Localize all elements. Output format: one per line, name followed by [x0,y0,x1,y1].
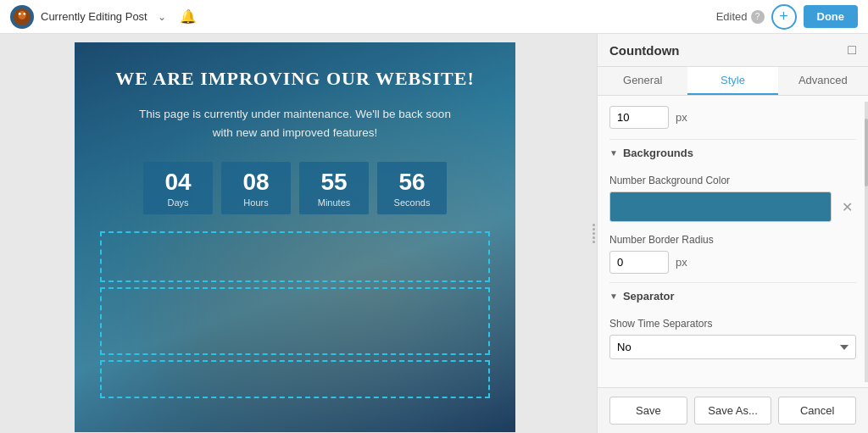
tab-style[interactable]: Style [687,67,777,95]
selection-box-1[interactable] [100,231,490,282]
add-button[interactable]: + [771,4,797,30]
clear-color-icon[interactable]: ✕ [838,196,856,219]
hours-number: 08 [221,170,291,194]
edited-label: Edited [716,10,748,23]
canvas-wrapper[interactable]: We Are Improving Our Website! This page … [0,34,590,433]
separator-section-header[interactable]: ▼ Separator [609,282,856,309]
help-icon[interactable]: ? [751,10,765,24]
spacing-unit: px [676,111,687,124]
spacing-input[interactable] [609,106,669,129]
save-as-button[interactable]: Save As... [694,397,772,425]
topbar-right: Edited ? + Done [716,4,858,30]
main-layout: We Are Improving Our Website! This page … [0,34,868,433]
countdown-row: 04 Days 08 Hours 55 Minutes 56 [92,162,498,214]
panel-header: Countdown □ [598,34,868,67]
color-swatch[interactable] [609,192,832,222]
site-logo[interactable] [10,5,34,29]
minutes-number: 55 [299,170,369,194]
save-button[interactable]: Save [609,397,687,425]
spacing-field-row: px [609,106,856,129]
border-radius-row: px [609,251,856,274]
days-number: 04 [143,170,213,194]
countdown-minutes: 55 Minutes [299,162,369,214]
separator-section-label: Separator [623,290,675,303]
edited-status: Edited ? [716,10,765,24]
cancel-button[interactable]: Cancel [778,397,856,425]
canvas-area: We Are Improving Our Website! This page … [0,34,590,433]
tab-advanced[interactable]: Advanced [778,67,868,95]
days-label: Days [143,197,213,208]
panel-body: px ▼ Backgrounds Number Background Color… [598,96,868,387]
border-radius-unit: px [676,256,687,269]
canvas-page: We Are Improving Our Website! This page … [75,42,515,432]
scrollbar-track [865,102,868,382]
separator-collapse-icon: ▼ [609,291,618,301]
canvas-content: We Are Improving Our Website! This page … [75,42,515,420]
minimize-icon[interactable]: □ [848,42,856,58]
hours-label: Hours [221,197,291,208]
topbar-left: Currently Editing Post ⌄ 🔔 [10,5,197,29]
backgrounds-section-header[interactable]: ▼ Backgrounds [609,139,856,166]
panel-footer: Save Save As... Cancel [598,387,868,433]
backgrounds-collapse-icon: ▼ [609,148,618,158]
show-separators-label: Show Time Separators [609,318,856,330]
selection-box-3[interactable] [100,360,490,398]
resize-handle[interactable] [590,34,597,433]
seconds-number: 56 [377,170,447,194]
page-heading: We Are Improving Our Website! [92,68,498,90]
minutes-label: Minutes [299,197,369,208]
topbar: Currently Editing Post ⌄ 🔔 Edited ? + Do… [0,0,868,34]
editing-post-label: Currently Editing Post [41,10,147,23]
backgrounds-section-label: Backgrounds [623,147,693,159]
color-row: ✕ [609,192,856,222]
done-button[interactable]: Done [804,5,859,28]
border-radius-input[interactable] [609,251,669,274]
panel-title: Countdown [609,43,679,58]
bell-icon[interactable]: 🔔 [180,8,197,25]
svg-point-3 [23,12,25,14]
panel-tabs: General Style Advanced [598,67,868,96]
selection-box-2[interactable] [100,287,490,355]
seconds-label: Seconds [377,197,447,208]
tab-general[interactable]: General [598,67,687,95]
page-subtitle: This page is currently under maintenance… [92,105,498,142]
show-separators-select[interactable]: No Yes [609,335,856,359]
svg-point-2 [19,12,21,14]
scrollbar-thumb[interactable] [865,119,868,186]
countdown-hours: 08 Hours [221,162,291,214]
countdown-days: 04 Days [143,162,213,214]
border-radius-label: Number Border Radius [609,234,856,246]
countdown-seconds: 56 Seconds [377,162,447,214]
color-field-label: Number Background Color [609,175,856,186]
right-panel: Countdown □ General Style Advanced px ▼ … [597,34,868,433]
chevron-down-icon[interactable]: ⌄ [158,11,166,23]
